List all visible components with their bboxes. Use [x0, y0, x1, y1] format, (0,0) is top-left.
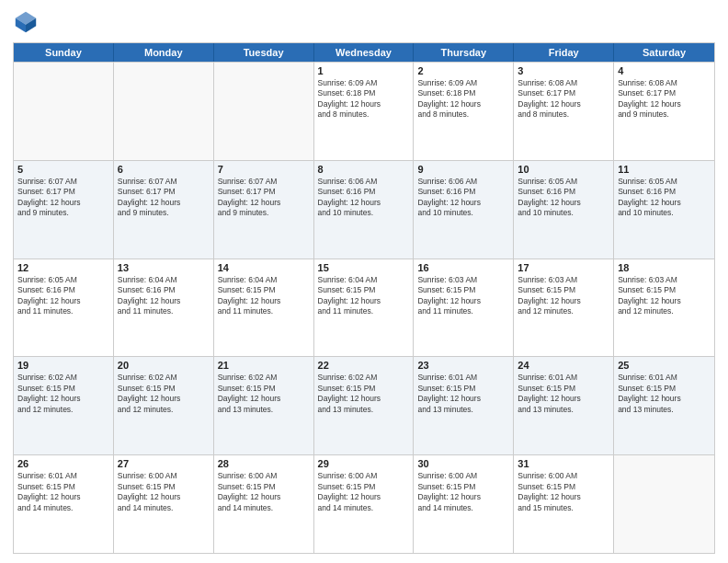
cell-line: and 12 minutes. — [118, 405, 210, 415]
cell-line: Sunrise: 6:07 AM — [17, 177, 109, 187]
day-number: 6 — [118, 164, 210, 175]
cell-line: Daylight: 12 hours — [218, 394, 310, 404]
cell-line: Daylight: 12 hours — [118, 296, 210, 306]
cell-line: Daylight: 12 hours — [318, 99, 410, 109]
cell-line: Sunrise: 6:04 AM — [318, 275, 410, 285]
cell-line: Sunset: 6:16 PM — [417, 187, 509, 197]
cell-line: Sunset: 6:16 PM — [618, 187, 711, 197]
calendar-cell: 22Sunrise: 6:02 AMSunset: 6:15 PMDayligh… — [314, 357, 415, 454]
calendar-cell: 15Sunrise: 6:04 AMSunset: 6:15 PMDayligh… — [314, 259, 415, 357]
day-number: 25 — [618, 360, 711, 371]
day-number: 30 — [417, 458, 509, 469]
cell-line: Sunset: 6:15 PM — [118, 384, 210, 394]
calendar-cell: 14Sunrise: 6:04 AMSunset: 6:15 PMDayligh… — [214, 259, 314, 357]
calendar-row: 1Sunrise: 6:09 AMSunset: 6:18 PMDaylight… — [14, 62, 714, 160]
day-number: 17 — [518, 262, 609, 273]
cell-line: and 11 minutes. — [417, 306, 509, 316]
day-number: 9 — [417, 164, 509, 175]
cell-line: Daylight: 12 hours — [618, 99, 711, 109]
calendar-cell: 1Sunrise: 6:09 AMSunset: 6:18 PMDaylight… — [314, 63, 415, 160]
calendar-cell: 18Sunrise: 6:03 AMSunset: 6:15 PMDayligh… — [614, 259, 714, 357]
calendar-cell: 13Sunrise: 6:04 AMSunset: 6:16 PMDayligh… — [114, 259, 214, 357]
cell-line: and 13 minutes. — [518, 405, 609, 415]
day-number: 21 — [218, 360, 310, 371]
cell-line: Sunset: 6:15 PM — [518, 384, 609, 394]
cell-line: Sunrise: 6:05 AM — [618, 177, 711, 187]
day-number: 26 — [17, 458, 109, 469]
cell-line: Sunrise: 6:00 AM — [218, 471, 310, 481]
cell-line: Sunset: 6:15 PM — [218, 384, 310, 394]
calendar-header-cell: Friday — [514, 43, 614, 62]
cell-line: Sunset: 6:15 PM — [618, 384, 711, 394]
calendar-cell: 12Sunrise: 6:05 AMSunset: 6:16 PMDayligh… — [14, 259, 114, 357]
cell-line: and 8 minutes. — [417, 109, 509, 120]
cell-line: Daylight: 12 hours — [17, 296, 109, 306]
cell-line: and 15 minutes. — [518, 503, 609, 513]
calendar-cell: 10Sunrise: 6:05 AMSunset: 6:16 PMDayligh… — [514, 161, 614, 259]
cell-line: and 10 minutes. — [318, 208, 410, 218]
calendar-cell: 26Sunrise: 6:01 AMSunset: 6:15 PMDayligh… — [14, 455, 114, 553]
calendar-cell: 27Sunrise: 6:00 AMSunset: 6:15 PMDayligh… — [114, 455, 214, 553]
cell-line: Daylight: 12 hours — [417, 198, 509, 208]
cell-line: and 9 minutes. — [17, 208, 109, 218]
cell-line: Sunset: 6:15 PM — [618, 285, 711, 295]
cell-line: Sunrise: 6:01 AM — [417, 373, 509, 383]
cell-line: and 8 minutes. — [518, 109, 609, 120]
cell-line: Sunset: 6:18 PM — [417, 88, 509, 98]
cell-line: Sunset: 6:17 PM — [518, 88, 609, 98]
calendar-cell: 9Sunrise: 6:06 AMSunset: 6:16 PMDaylight… — [414, 161, 514, 259]
cell-line: Sunset: 6:15 PM — [518, 482, 609, 492]
cell-line: Sunset: 6:15 PM — [518, 285, 609, 295]
day-number: 11 — [618, 164, 711, 175]
calendar-cell: 6Sunrise: 6:07 AMSunset: 6:17 PMDaylight… — [114, 161, 214, 259]
cell-line: Sunrise: 6:04 AM — [118, 275, 210, 285]
cell-line: and 12 minutes. — [618, 306, 711, 316]
logo-icon — [13, 9, 39, 35]
day-number: 31 — [518, 458, 609, 469]
calendar-header-cell: Saturday — [614, 43, 714, 62]
calendar-cell: 21Sunrise: 6:02 AMSunset: 6:15 PMDayligh… — [214, 357, 314, 454]
cell-line: Daylight: 12 hours — [417, 99, 509, 109]
calendar-cell: 19Sunrise: 6:02 AMSunset: 6:15 PMDayligh… — [14, 357, 114, 454]
cell-line: Daylight: 12 hours — [218, 198, 310, 208]
calendar-cell: 7Sunrise: 6:07 AMSunset: 6:17 PMDaylight… — [214, 161, 314, 259]
cell-line: Sunrise: 6:08 AM — [518, 78, 609, 88]
cell-line: Daylight: 12 hours — [618, 296, 711, 306]
calendar-cell: 30Sunrise: 6:00 AMSunset: 6:15 PMDayligh… — [414, 455, 514, 553]
calendar-cell: 24Sunrise: 6:01 AMSunset: 6:15 PMDayligh… — [514, 357, 614, 454]
calendar-cell: 25Sunrise: 6:01 AMSunset: 6:15 PMDayligh… — [614, 357, 714, 454]
calendar-header-row: SundayMondayTuesdayWednesdayThursdayFrid… — [14, 43, 714, 62]
cell-line: Sunrise: 6:07 AM — [218, 177, 310, 187]
day-number: 8 — [318, 164, 410, 175]
day-number: 24 — [518, 360, 609, 371]
cell-line: Sunrise: 6:00 AM — [518, 471, 609, 481]
cell-line: Daylight: 12 hours — [318, 394, 410, 404]
cell-line: Sunset: 6:16 PM — [518, 187, 609, 197]
cell-line: Sunrise: 6:08 AM — [618, 78, 711, 88]
cell-line: and 11 minutes. — [118, 306, 210, 316]
calendar-header-cell: Sunday — [14, 43, 114, 62]
day-number: 12 — [17, 262, 109, 273]
calendar-header-cell: Thursday — [414, 43, 514, 62]
cell-line: Sunrise: 6:01 AM — [17, 471, 109, 481]
day-number: 18 — [618, 262, 711, 273]
cell-line: Sunset: 6:15 PM — [17, 482, 109, 492]
day-number: 22 — [318, 360, 410, 371]
calendar-cell — [14, 63, 114, 160]
day-number: 27 — [118, 458, 210, 469]
cell-line: Sunset: 6:15 PM — [417, 482, 509, 492]
cell-line: Sunset: 6:15 PM — [218, 482, 310, 492]
cell-line: Sunrise: 6:01 AM — [618, 373, 711, 383]
calendar: SundayMondayTuesdayWednesdayThursdayFrid… — [13, 42, 715, 554]
day-number: 23 — [417, 360, 509, 371]
cell-line: Daylight: 12 hours — [17, 394, 109, 404]
cell-line: Sunrise: 6:07 AM — [118, 177, 210, 187]
cell-line: Sunset: 6:17 PM — [17, 187, 109, 197]
cell-line: Daylight: 12 hours — [118, 492, 210, 502]
cell-line: Sunset: 6:15 PM — [218, 285, 310, 295]
day-number: 4 — [618, 65, 711, 76]
calendar-body: 1Sunrise: 6:09 AMSunset: 6:18 PMDaylight… — [14, 62, 714, 553]
cell-line: and 8 minutes. — [318, 109, 410, 120]
day-number: 3 — [518, 65, 609, 76]
cell-line: and 14 minutes. — [218, 503, 310, 513]
